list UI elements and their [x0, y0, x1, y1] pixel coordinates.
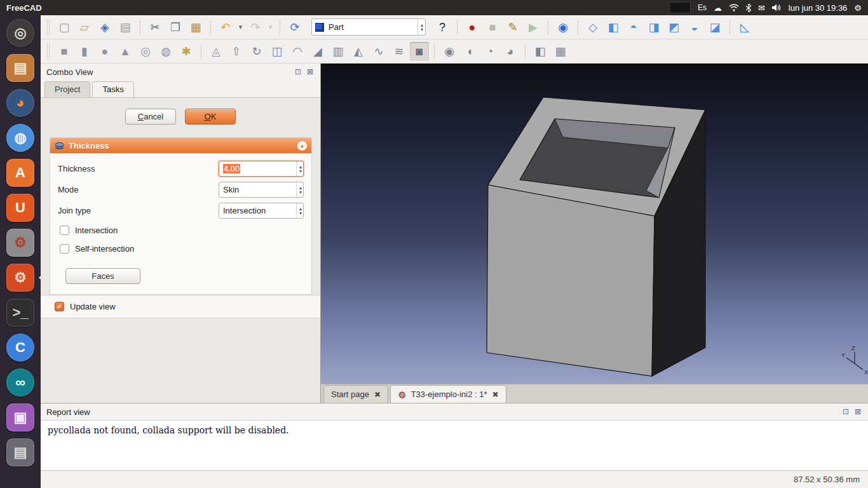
toolbar-handle[interactable] — [47, 20, 50, 35]
tray-window-icon[interactable] — [669, 2, 691, 13]
bluetooth-icon[interactable] — [746, 4, 751, 12]
cancel-button[interactable]: Cancel — [125, 109, 176, 125]
part-cross-sections-button[interactable]: ▦ — [551, 42, 570, 61]
spinner-arrows[interactable]: ▴▾ — [296, 161, 302, 176]
model-front-face[interactable] — [487, 185, 654, 376]
print-button[interactable]: ▤ — [116, 18, 135, 37]
part-sweep-button[interactable]: ∿ — [369, 42, 388, 61]
part-sphere-button[interactable]: ● — [95, 42, 114, 61]
part-section-button[interactable]: ◧ — [531, 42, 550, 61]
part-cone-button[interactable]: ▲ — [116, 42, 135, 61]
close-tab-icon[interactable]: ✖ — [374, 390, 381, 399]
update-view-checkbox[interactable]: ✔ — [55, 302, 64, 311]
thickness-spinbox[interactable]: 4,00 ▴▾ — [219, 161, 304, 177]
view-left-button[interactable]: ◪ — [705, 18, 724, 37]
undo-button[interactable]: ↶ — [216, 18, 235, 37]
open-document-button[interactable]: ▱ — [75, 18, 94, 37]
volume-icon[interactable] — [772, 4, 782, 11]
mode-combobox[interactable]: Skin ▴▾ — [219, 182, 304, 198]
launcher-item-app-blue-c[interactable]: C — [2, 332, 39, 363]
view-axonometric-button[interactable]: ◇ — [583, 18, 602, 37]
part-fillet-button[interactable]: ◠ — [288, 42, 307, 61]
part-ruled-surface-button[interactable]: ▥ — [329, 42, 348, 61]
launcher-item-arduino[interactable]: ∞ — [2, 367, 39, 398]
whats-this-button[interactable]: ? — [433, 18, 452, 37]
join-type-combobox[interactable]: Intersection ▴▾ — [219, 203, 304, 219]
macro-record-button[interactable]: ● — [463, 18, 482, 37]
part-box-button[interactable]: ■ — [55, 42, 74, 61]
part-shape-builder-button[interactable]: ◬ — [207, 42, 226, 61]
combo-arrows[interactable]: ▴▾ — [296, 203, 302, 218]
combo-arrows[interactable]: ▴▾ — [296, 182, 302, 197]
keyboard-layout-indicator[interactable]: Es — [698, 3, 707, 12]
launcher-item-terminal[interactable]: >_ — [2, 297, 39, 329]
panel-float-icon[interactable]: ⊡ — [294, 67, 302, 76]
view-top-button[interactable]: ◓ — [624, 18, 643, 37]
tab-project[interactable]: Project — [44, 81, 90, 97]
intersection-checkbox[interactable] — [60, 226, 69, 235]
panel-close-icon[interactable]: ⊠ — [853, 407, 862, 416]
tab-document[interactable]: ⚙ T33-ejemplo-ini2 : 1* ✖ — [390, 385, 506, 403]
part-tube-button[interactable]: ◍ — [156, 42, 175, 61]
view-front-button[interactable]: ◧ — [604, 18, 623, 37]
view-right-button[interactable]: ◨ — [644, 18, 663, 37]
part-boolean-button[interactable]: ◉ — [440, 42, 459, 61]
redo-button[interactable]: ↷ — [246, 18, 265, 37]
clock[interactable]: lun jun 30 19:36 — [789, 3, 848, 13]
tab-tasks[interactable]: Tasks — [92, 81, 133, 97]
launcher-item-ubuntu-software[interactable]: U — [2, 192, 39, 224]
launcher-item-software-center[interactable]: A — [2, 157, 39, 189]
part-union-button[interactable]: ◔ — [480, 42, 499, 61]
copy-button[interactable]: ❐ — [166, 18, 185, 37]
macro-execute-button[interactable]: ▶ — [524, 18, 543, 37]
combo-arrows[interactable]: ▴▾ — [417, 19, 423, 35]
part-torus-button[interactable]: ◎ — [136, 42, 155, 61]
part-thickness-button[interactable]: ◙ — [410, 42, 429, 61]
launcher-item-system-settings[interactable]: ⚙ — [2, 227, 39, 259]
part-revolve-button[interactable]: ↻ — [247, 42, 266, 61]
redo-dropdown[interactable]: ▾ — [266, 18, 275, 37]
3d-viewport[interactable]: Z Y X — [321, 64, 868, 384]
launcher-item-dash-home[interactable]: ◎ — [2, 17, 39, 49]
session-gear-icon[interactable]: ⚙ — [854, 4, 862, 12]
new-document-button[interactable]: ▢ — [55, 18, 74, 37]
macro-stop-button[interactable]: ■ — [483, 18, 502, 37]
tab-start-page[interactable]: Start page ✖ — [323, 385, 388, 403]
thickness-section-header[interactable]: Thickness ▲ — [50, 138, 311, 153]
part-offset-button[interactable]: ≋ — [390, 42, 409, 61]
part-extrude-button[interactable]: ⇧ — [227, 42, 246, 61]
ok-button[interactable]: OK — [185, 109, 236, 125]
launcher-item-app-purple[interactable]: ▣ — [2, 402, 39, 433]
fit-all-button[interactable]: ◉ — [553, 18, 573, 37]
launcher-item-freecad[interactable]: ⚙ — [2, 262, 39, 294]
part-chamfer-button[interactable]: ◢ — [308, 42, 327, 61]
paste-button[interactable]: ▦ — [186, 18, 205, 37]
launcher-item-app-partial[interactable]: ▤ — [2, 437, 39, 468]
measure-linear-button[interactable]: ◺ — [735, 18, 754, 37]
wifi-icon[interactable] — [729, 4, 739, 11]
workbench-selector[interactable]: Part▴▾ — [311, 18, 426, 36]
panel-close-icon[interactable]: ⊠ — [306, 67, 315, 76]
launcher-item-firefox[interactable]: ◕ — [2, 87, 39, 119]
view-rear-button[interactable]: ◩ — [665, 18, 684, 37]
save-document-button[interactable]: ◈ — [95, 18, 114, 37]
launcher-item-browser-blue[interactable]: ◍ — [2, 122, 39, 154]
faces-button[interactable]: Faces — [65, 268, 140, 284]
self-intersection-checkbox[interactable] — [60, 244, 69, 254]
3d-scene[interactable]: Z Y X — [321, 64, 868, 384]
toolbar-handle[interactable] — [47, 44, 50, 59]
part-cylinder-button[interactable]: ▮ — [75, 42, 94, 61]
undo-dropdown[interactable]: ▾ — [236, 18, 245, 37]
part-loft-button[interactable]: ◭ — [349, 42, 368, 61]
part-common-button[interactable]: ◕ — [501, 42, 520, 61]
view-bottom-button[interactable]: ◒ — [685, 18, 704, 37]
close-tab-icon[interactable]: ✖ — [492, 390, 499, 399]
part-cut-button[interactable]: ◖ — [460, 42, 479, 61]
macro-edit-button[interactable]: ✎ — [503, 18, 522, 37]
cut-button[interactable]: ✂ — [146, 18, 165, 37]
collapse-section-icon[interactable]: ▲ — [297, 141, 307, 151]
part-mirror-button[interactable]: ◫ — [268, 42, 287, 61]
part-primitives-button[interactable]: ✱ — [177, 42, 196, 61]
panel-float-icon[interactable]: ⊡ — [841, 407, 850, 416]
mail-icon[interactable]: ✉ — [758, 4, 765, 12]
